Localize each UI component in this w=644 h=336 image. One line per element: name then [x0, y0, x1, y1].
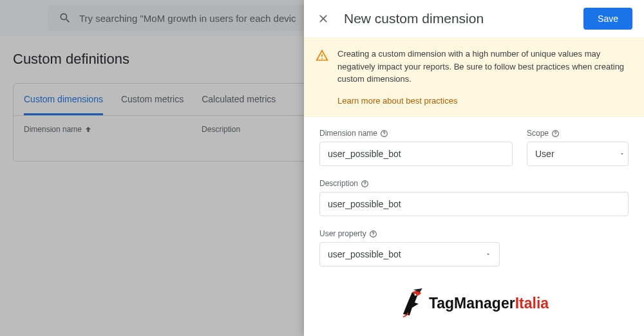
description-input[interactable] — [319, 192, 629, 216]
panel-title: New custom dimension — [344, 11, 571, 26]
chevron-down-icon — [619, 151, 625, 157]
dimension-name-input[interactable] — [319, 142, 513, 166]
chevron-down-icon — [485, 251, 491, 257]
warning-icon — [316, 49, 328, 62]
help-icon[interactable] — [380, 129, 388, 138]
scope-select[interactable]: User — [527, 142, 629, 166]
scope-label: Scope — [527, 129, 629, 138]
close-button[interactable] — [316, 11, 331, 26]
svg-point-7 — [365, 185, 365, 185]
user-property-select[interactable]: user_possible_bot — [319, 242, 500, 266]
svg-point-5 — [555, 135, 556, 135]
help-icon[interactable] — [551, 129, 560, 138]
help-icon[interactable] — [361, 180, 369, 188]
description-label: Description — [319, 179, 629, 188]
save-button[interactable]: Save — [583, 8, 632, 30]
branding-logo: TagManagerItalia — [399, 288, 549, 318]
svg-point-10 — [414, 294, 416, 296]
learn-more-link[interactable]: Learn more about best practices — [337, 95, 631, 107]
warning-banner: Creating a custom dimension with a high … — [304, 37, 644, 117]
svg-rect-1 — [321, 58, 323, 59]
dimension-name-label: Dimension name — [319, 129, 513, 138]
user-property-label: User property — [319, 229, 500, 238]
svg-point-3 — [384, 135, 384, 135]
close-icon — [317, 12, 330, 25]
woodpecker-icon — [399, 288, 425, 318]
svg-rect-0 — [321, 54, 323, 57]
new-dimension-panel: New custom dimension Save Creating a cus… — [304, 0, 644, 336]
svg-point-9 — [373, 235, 374, 236]
warning-text: Creating a custom dimension with a high … — [337, 49, 624, 84]
help-icon[interactable] — [369, 230, 377, 238]
